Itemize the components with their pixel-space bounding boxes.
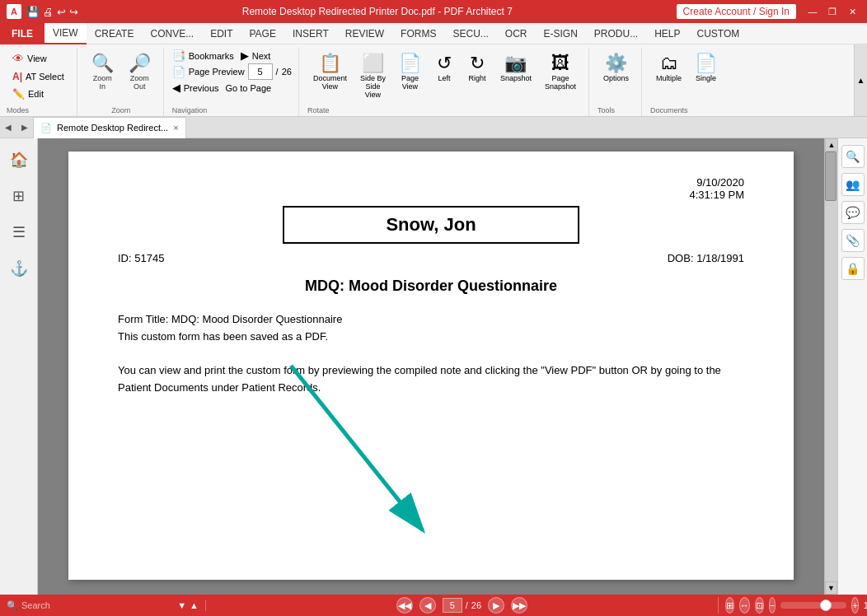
status-prev-prev-button[interactable]: ◀◀ (396, 597, 413, 614)
bookmarks-button[interactable]: Bookmarks (189, 51, 234, 61)
patient-id: ID: 51745 (118, 252, 164, 264)
search-icon: 🔍 (7, 600, 18, 611)
page-view-icon: 📄 (399, 53, 421, 74)
security-menu[interactable]: SECU... (444, 23, 496, 44)
sidebar-thumbnails-button[interactable]: ⊞ (4, 181, 34, 211)
rp-thumbnails-icon: 👥 (846, 178, 860, 191)
view-menu[interactable]: VIEW (45, 23, 87, 44)
print-icon[interactable]: 🖨 (43, 6, 54, 18)
rp-comments-icon: 💬 (846, 206, 860, 219)
create-menu[interactable]: CREATE (87, 23, 143, 44)
undo-icon[interactable]: ↩ (57, 6, 66, 18)
search-expand-icon[interactable]: ▼ (177, 600, 186, 610)
page-menu[interactable]: PAGE (241, 23, 284, 44)
vertical-scrollbar[interactable]: ▲ ▼ (824, 138, 837, 595)
documents-group: 🗂 Multiple 📄 Single Documents (644, 48, 729, 116)
next-button[interactable]: Next (252, 51, 271, 61)
document-view-icon: 📋 (319, 53, 341, 74)
minimize-button[interactable]: — (804, 5, 821, 18)
redo-icon[interactable]: ↪ (69, 6, 78, 18)
sidebar-anchor-button[interactable]: ⚓ (4, 254, 34, 283)
tab-close-button[interactable]: × (173, 123, 178, 133)
right-panel: 🔍 👥 💬 📎 🔒 (837, 138, 867, 595)
help-menu[interactable]: HELP (646, 23, 688, 44)
ocr-menu[interactable]: OCR (497, 23, 536, 44)
rp-attach-button[interactable]: 📎 (841, 229, 865, 252)
scroll-down-button[interactable]: ▼ (825, 581, 837, 595)
status-prev-button[interactable]: ◀ (419, 597, 436, 614)
title-bar-right: Create Account / Sign In — ❒ ✕ (677, 4, 860, 19)
patient-info-row: ID: 51745 DOB: 1/18/1991 (118, 252, 744, 264)
tools-label: Tools (598, 106, 615, 114)
fit-page-button[interactable]: ⊞ (725, 597, 734, 614)
rotate-left-button[interactable]: ↺ Left (429, 49, 460, 86)
rotate-left-icon: ↺ (437, 53, 452, 74)
options-icon: ⚙️ (605, 53, 627, 74)
page-preview-button[interactable]: Page Preview (189, 67, 245, 77)
file-menu[interactable]: FILE (0, 23, 45, 44)
previous-button[interactable]: Previous (184, 83, 219, 93)
multiple-docs-button[interactable]: 🗂 Multiple (650, 49, 687, 86)
left-sidebar: 🏠 ⊞ ☰ ⚓ (0, 138, 38, 595)
search-input[interactable] (21, 600, 174, 610)
tab-nav-right[interactable]: ▶ (16, 117, 33, 138)
insert-menu[interactable]: INSERT (284, 23, 337, 44)
tab-nav-left[interactable]: ◀ (0, 117, 16, 138)
page-number-input[interactable] (248, 63, 273, 80)
zoom-in-button[interactable]: 🔍 Zoom In (86, 49, 120, 94)
status-page-input[interactable] (443, 598, 462, 613)
saved-message: This custom form has been saved as a PDF… (118, 329, 744, 346)
review-menu[interactable]: REVIEW (337, 23, 392, 44)
go-to-page-button[interactable]: Go to Page (226, 83, 272, 93)
modes-group: 👁 View A| AT Select ✏️ Edit Modes (3, 48, 77, 116)
options-button[interactable]: ⚙️ Options (598, 49, 635, 86)
rp-security-button[interactable]: 🔒 (841, 257, 865, 280)
search-collapse-icon[interactable]: ▲ (190, 600, 199, 610)
window-title: Remote Desktop Redirected Printer Doc.pd… (242, 6, 513, 17)
document-view-button[interactable]: 📋 Document View (307, 49, 353, 94)
rp-search-button[interactable]: 🔍 (841, 145, 865, 168)
convert-menu[interactable]: CONVE... (142, 23, 202, 44)
rp-thumbnails-button[interactable]: 👥 (841, 173, 865, 196)
status-next-next-button[interactable]: ▶▶ (511, 597, 527, 614)
status-total-pages: 26 (471, 600, 481, 610)
scroll-up-button[interactable]: ▲ (825, 138, 838, 152)
single-doc-button[interactable]: 📄 Single (689, 49, 723, 86)
sidebar-home-button[interactable]: 🏠 (4, 145, 34, 175)
zoom-in-status-button[interactable]: + (851, 597, 858, 614)
page-snapshot-button[interactable]: 🖼 Page Snapshot (539, 49, 582, 94)
edit-menu[interactable]: EDIT (202, 23, 241, 44)
actual-size-button[interactable]: ⊡ (755, 597, 764, 614)
pdf-tab[interactable]: 📄 Remote Desktop Redirect... × (33, 117, 186, 138)
save-icon[interactable]: 💾 (26, 6, 40, 18)
zoom-slider-thumb[interactable] (820, 600, 832, 611)
zoom-group: 🔍 Zoom In 🔎 Zoom Out Zoom (79, 48, 164, 116)
status-page-separator: / (466, 600, 468, 610)
esign-menu[interactable]: E-SIGN (535, 23, 585, 44)
at-select-icon: A| (12, 71, 22, 82)
rotate-right-button[interactable]: ↻ Right (462, 49, 493, 86)
side-by-side-button[interactable]: ⬜ Side By Side View (354, 49, 391, 102)
zoom-in-icon: 🔍 (91, 53, 114, 74)
forms-menu[interactable]: FORMS (392, 23, 444, 44)
custom-menu[interactable]: CUSTOM (689, 23, 748, 44)
page-view-button[interactable]: 📄 Page View (393, 49, 427, 94)
zoom-slider[interactable] (780, 602, 846, 609)
status-next-button[interactable]: ▶ (488, 597, 504, 614)
zoom-out-status-button[interactable]: − (769, 597, 776, 614)
edit-mode-button[interactable]: ✏️ Edit (7, 86, 70, 102)
snapshot-button[interactable]: 📷 Snapshot (494, 49, 537, 86)
maximize-button[interactable]: ❒ (824, 5, 841, 18)
rp-comments-button[interactable]: 💬 (841, 201, 865, 224)
close-button[interactable]: ✕ (844, 5, 860, 18)
view-mode-button[interactable]: 👁 View (7, 49, 70, 68)
fit-width-button[interactable]: ↔ (739, 597, 750, 614)
right-panel-toggle[interactable]: ▲ (854, 44, 867, 116)
create-account-link[interactable]: Create Account / Sign In (677, 4, 796, 19)
zoom-out-button[interactable]: 🔎 Zoom Out (123, 49, 157, 94)
products-menu[interactable]: PRODU... (586, 23, 646, 44)
thumbnails-icon: ⊞ (12, 187, 25, 205)
scroll-thumb[interactable] (825, 152, 837, 201)
sidebar-layers-button[interactable]: ☰ (4, 217, 34, 247)
select-mode-button[interactable]: A| AT Select (7, 68, 70, 85)
